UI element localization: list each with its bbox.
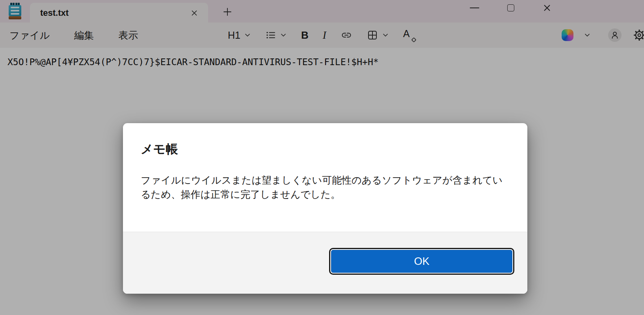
ok-button[interactable]: OK	[331, 250, 512, 273]
dialog-message: ファイルにウイルスまたは望ましくない可能性のあるソフトウェアが含まれているため、…	[141, 173, 508, 201]
virus-warning-dialog: メモ帳 ファイルにウイルスまたは望ましくない可能性のあるソフトウェアが含まれてい…	[123, 123, 527, 294]
dialog-title: メモ帳	[141, 142, 510, 156]
dialog-body: メモ帳 ファイルにウイルスまたは望ましくない可能性のあるソフトウェアが含まれてい…	[123, 123, 527, 201]
dialog-footer: OK	[123, 232, 527, 294]
ok-button-focus-ring: OK	[329, 248, 514, 275]
